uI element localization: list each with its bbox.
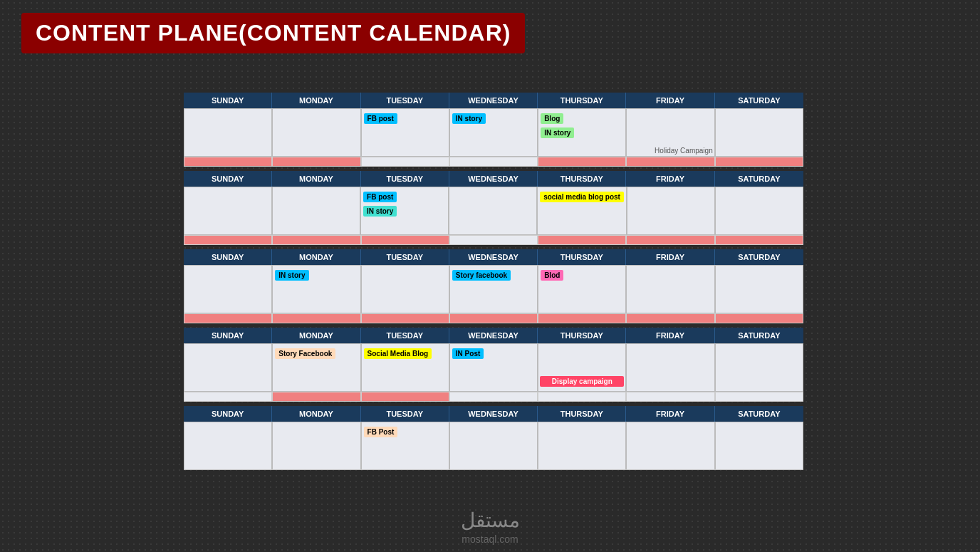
w2-tue: TUESDAY xyxy=(361,171,449,187)
w1-fri-cell: Holiday Campaign xyxy=(626,108,714,157)
w1-fri: FRIDAY xyxy=(626,93,714,108)
w1-thu-cell: Blog IN story xyxy=(538,108,626,157)
w4-thu: THURSDAY xyxy=(538,328,626,343)
w3-pr5 xyxy=(538,313,626,323)
w5-tue-event1: FB Post xyxy=(364,427,398,437)
week5-cells: FB Post xyxy=(184,422,803,470)
w3-pr6 xyxy=(626,313,714,323)
week2-header-row: SUNDAY MONDAY TUESDAY WEDNESDAY THURSDAY… xyxy=(184,171,803,187)
w2-thu: THURSDAY xyxy=(538,171,626,187)
w4-wed-cell: IN Post xyxy=(449,343,538,392)
w2-pr7 xyxy=(715,235,803,245)
w4-sun-cell xyxy=(184,343,272,392)
w5-sun-cell xyxy=(184,422,272,470)
w4-pr5 xyxy=(538,392,626,402)
w3-fri-cell xyxy=(626,265,714,313)
w2-pr5 xyxy=(538,235,626,245)
w4-pr1 xyxy=(184,392,272,402)
w3-sat-cell xyxy=(715,265,803,313)
w2-tue-event2: IN story xyxy=(363,206,397,217)
week5-header-row: SUNDAY MONDAY TUESDAY WEDNESDAY THURSDAY… xyxy=(184,406,803,422)
w3-wed-event1: Story facebook xyxy=(452,270,511,281)
w5-wed-cell xyxy=(449,422,538,470)
w4-pr3 xyxy=(361,392,449,402)
w2-thu-event1: social media blog post xyxy=(540,192,624,202)
w4-pr4 xyxy=(449,392,538,402)
w4-mon-event1: Story Facebook xyxy=(275,348,335,359)
w4-wed: WEDNESDAY xyxy=(449,328,538,343)
w1-thu-event1: Blog xyxy=(541,113,563,124)
w1-holiday: Holiday Campaign xyxy=(655,147,713,155)
w4-sat-cell xyxy=(715,343,803,392)
w2-wed-cell xyxy=(449,187,537,235)
week2-cells: FB post IN story social media blog post xyxy=(184,187,803,235)
w5-sat-cell xyxy=(715,422,803,470)
w4-pr7 xyxy=(715,392,803,402)
w3-pr4 xyxy=(449,313,538,323)
w5-mon-cell xyxy=(272,422,360,470)
w3-pr1 xyxy=(184,313,272,323)
w1-pr1 xyxy=(184,157,272,167)
w3-fri: FRIDAY xyxy=(626,249,714,265)
w3-mon: MONDAY xyxy=(272,249,360,265)
w4-pr6 xyxy=(626,392,714,402)
page-title: CONTENT PLANE(CONTENT CALENDAR) xyxy=(36,20,511,46)
w2-thu-cell: social media blog post xyxy=(537,187,627,235)
week3-header-row: SUNDAY MONDAY TUESDAY WEDNESDAY THURSDAY… xyxy=(184,249,803,265)
w4-tue: TUESDAY xyxy=(361,328,449,343)
w3-sat: SATURDAY xyxy=(715,249,803,265)
w4-thu-display-campaign: Display campaign xyxy=(540,376,624,387)
logo-latin: mostaql.com xyxy=(461,533,520,545)
w2-sun: SUNDAY xyxy=(184,171,272,187)
w3-thu-event1: Blod xyxy=(541,270,563,281)
calendar-container: SUNDAY MONDAY TUESDAY WEDNESDAY THURSDAY… xyxy=(184,93,803,474)
w4-tue-cell: Social Media Blog xyxy=(361,343,449,392)
w4-fri-cell xyxy=(626,343,714,392)
w1-pr5 xyxy=(538,157,626,167)
w1-tue: TUESDAY xyxy=(361,93,449,108)
logo-arabic: مستقل xyxy=(461,509,520,532)
week-1: SUNDAY MONDAY TUESDAY WEDNESDAY THURSDAY… xyxy=(184,93,803,167)
w4-sun: SUNDAY xyxy=(184,328,272,343)
w3-mon-event1: IN story xyxy=(275,270,308,281)
week1-pink-row xyxy=(184,157,803,167)
w5-fri-cell xyxy=(626,422,714,470)
title-bar: CONTENT PLANE(CONTENT CALENDAR) xyxy=(21,13,525,53)
w3-wed-cell: Story facebook xyxy=(449,265,538,313)
w5-thu-cell xyxy=(538,422,626,470)
w2-sat-cell xyxy=(715,187,803,235)
w5-tue: TUESDAY xyxy=(361,406,449,422)
w3-wed: WEDNESDAY xyxy=(449,249,538,265)
w1-pr4 xyxy=(449,157,538,167)
w1-pr2 xyxy=(272,157,360,167)
w2-wed: WEDNESDAY xyxy=(449,171,538,187)
w2-tue-cell: FB post IN story xyxy=(360,187,449,235)
w4-wed-event1: IN Post xyxy=(452,348,484,359)
w3-pr2 xyxy=(272,313,360,323)
w1-pr3 xyxy=(361,157,449,167)
w5-wed: WEDNESDAY xyxy=(449,406,538,422)
w3-tue-cell xyxy=(361,265,449,313)
w5-mon: MONDAY xyxy=(272,406,360,422)
week-5: SUNDAY MONDAY TUESDAY WEDNESDAY THURSDAY… xyxy=(184,406,803,470)
w1-sun-cell xyxy=(184,108,272,157)
w1-sat: SATURDAY xyxy=(715,93,803,108)
w1-wed: WEDNESDAY xyxy=(449,93,538,108)
week3-cells: IN story Story facebook Blod xyxy=(184,265,803,313)
w4-thu-cell: Display campaign xyxy=(538,343,626,392)
w1-tue-cell: FB post xyxy=(361,108,449,157)
week4-cells: Story Facebook Social Media Blog IN Post… xyxy=(184,343,803,392)
w1-sat-cell xyxy=(715,108,803,157)
w2-mon-cell xyxy=(272,187,360,235)
w2-mon: MONDAY xyxy=(272,171,360,187)
w3-pr7 xyxy=(715,313,803,323)
w3-pr3 xyxy=(361,313,449,323)
w2-pr2 xyxy=(272,235,360,245)
w5-sat: SATURDAY xyxy=(715,406,803,422)
w2-sat: SATURDAY xyxy=(715,171,803,187)
w3-sun-cell xyxy=(184,265,272,313)
w2-sun-cell xyxy=(184,187,272,235)
week4-header-row: SUNDAY MONDAY TUESDAY WEDNESDAY THURSDAY… xyxy=(184,328,803,343)
week2-pink-row xyxy=(184,235,803,245)
w5-sun: SUNDAY xyxy=(184,406,272,422)
